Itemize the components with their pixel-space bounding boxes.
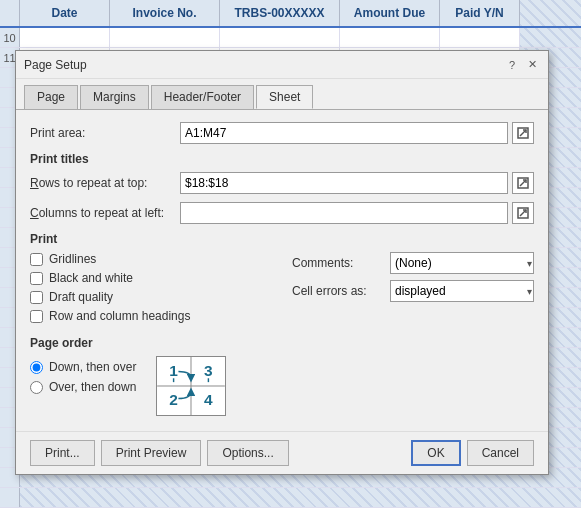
page-order-title: Page order xyxy=(30,336,534,350)
dialog-titlebar: Page Setup ? ✕ xyxy=(16,51,548,79)
cols-collapse-icon xyxy=(517,207,529,219)
rows-repeat-collapse-btn[interactable] xyxy=(512,172,534,194)
draft-quality-checkbox[interactable] xyxy=(30,291,43,304)
gridlines-label: Gridlines xyxy=(49,252,96,266)
print-area-input[interactable] xyxy=(180,122,508,144)
c-underline: C xyxy=(30,206,39,220)
print-options-section: Gridlines Black and white Draft quality … xyxy=(30,252,534,328)
tab-page[interactable]: Page xyxy=(24,85,78,109)
svg-text:1: 1 xyxy=(170,362,179,379)
down-then-over-label: Down, then over xyxy=(49,360,136,374)
comments-label: Comments: xyxy=(292,256,382,270)
cols-repeat-label: Columns to repeat at left: xyxy=(30,206,180,220)
over-then-down-radio[interactable] xyxy=(30,381,43,394)
print-area-input-wrap xyxy=(180,122,534,144)
radio-col: Down, then over Over, then down xyxy=(30,356,136,394)
row-num: 10 xyxy=(0,28,20,47)
cols-repeat-rest: olumns to repeat at left: xyxy=(39,206,164,220)
cancel-button[interactable]: Cancel xyxy=(467,440,534,466)
svg-text:4: 4 xyxy=(204,391,213,408)
cell-paid-10 xyxy=(440,28,520,47)
cell-inv-10 xyxy=(110,28,220,47)
options-button[interactable]: Options... xyxy=(207,440,288,466)
cols-repeat-row: Columns to repeat at left: xyxy=(30,202,534,224)
svg-text:2: 2 xyxy=(170,391,179,408)
rows-repeat-row: Rows to repeat at top: xyxy=(30,172,534,194)
cols-repeat-input-wrap xyxy=(180,202,534,224)
col-trbs: TRBS-00XXXXX xyxy=(220,0,340,26)
close-button[interactable]: ✕ xyxy=(524,57,540,73)
dialog-title: Page Setup xyxy=(24,58,87,72)
draft-quality-row: Draft quality xyxy=(30,290,272,304)
rows-repeat-rest: ows to repeat at top: xyxy=(39,176,148,190)
comments-dropdown[interactable]: (None) xyxy=(390,252,534,274)
cell-errors-row: Cell errors as: displayed ▾ xyxy=(292,280,534,302)
gridlines-checkbox[interactable] xyxy=(30,253,43,266)
svg-text:3: 3 xyxy=(204,362,213,379)
rows-repeat-input[interactable] xyxy=(180,172,508,194)
print-area-collapse-btn[interactable] xyxy=(512,122,534,144)
col-invoice: Invoice No. xyxy=(110,0,220,26)
print-section-title: Print xyxy=(30,232,534,246)
print-titles-section: Print titles xyxy=(30,152,534,166)
rows-repeat-label: Rows to repeat at top: xyxy=(30,176,180,190)
print-area-row: Print area: xyxy=(30,122,534,144)
page-order-diagram-container: 1 3 2 4 xyxy=(156,356,226,419)
rows-repeat-input-wrap xyxy=(180,172,534,194)
cell-trbs-10 xyxy=(220,28,340,47)
sheet-tab-content: Print area: Print titles Rows to repeat … xyxy=(16,109,548,431)
col-amount: Amount Due xyxy=(340,0,440,26)
print-area-label: Print area: xyxy=(30,126,180,140)
print-left-col: Gridlines Black and white Draft quality … xyxy=(30,252,272,328)
tab-header-footer[interactable]: Header/Footer xyxy=(151,85,254,109)
rows-repeat-label-text: Rows to repeat at top: xyxy=(30,176,147,190)
collapse-icon xyxy=(517,127,529,139)
tabs-bar: Page Margins Header/Footer Sheet xyxy=(16,79,548,109)
print-right-col: Comments: (None) ▾ Cell errors as: displ… xyxy=(272,252,534,328)
print-button[interactable]: Print... xyxy=(30,440,95,466)
cell-errors-dropdown[interactable]: displayed xyxy=(390,280,534,302)
page-order-section: Down, then over Over, then down 1 3 2 xyxy=(30,356,534,419)
page-setup-dialog: Page Setup ? ✕ Page Margins Header/Foote… xyxy=(15,50,549,475)
row-col-headings-label: Row and column headings xyxy=(49,309,190,323)
over-then-down-row: Over, then down xyxy=(30,380,136,394)
rows-collapse-icon xyxy=(517,177,529,189)
ok-button[interactable]: OK xyxy=(411,440,460,466)
col-date: Date xyxy=(20,0,110,26)
cols-repeat-input[interactable] xyxy=(180,202,508,224)
down-then-over-row: Down, then over xyxy=(30,360,136,374)
black-white-label: Black and white xyxy=(49,271,133,285)
black-white-checkbox[interactable] xyxy=(30,272,43,285)
row-col-headings-checkbox[interactable] xyxy=(30,310,43,323)
help-button[interactable]: ? xyxy=(504,57,520,73)
gridlines-row: Gridlines xyxy=(30,252,272,266)
r-underline: R xyxy=(30,176,39,190)
print-preview-button[interactable]: Print Preview xyxy=(101,440,202,466)
tab-margins[interactable]: Margins xyxy=(80,85,149,109)
draft-quality-label: Draft quality xyxy=(49,290,113,304)
col-paid: Paid Y/N xyxy=(440,0,520,26)
cell-amt-10 xyxy=(340,28,440,47)
comments-dropdown-wrap: (None) ▾ xyxy=(390,252,534,274)
row-col-headings-row: Row and column headings xyxy=(30,309,272,323)
comments-row: Comments: (None) ▾ xyxy=(292,252,534,274)
cols-repeat-collapse-btn[interactable] xyxy=(512,202,534,224)
dialog-controls: ? ✕ xyxy=(504,57,540,73)
cell-errors-label: Cell errors as: xyxy=(292,284,382,298)
cell-date-10 xyxy=(20,28,110,47)
cell-errors-dropdown-wrap: displayed ▾ xyxy=(390,280,534,302)
tab-sheet[interactable]: Sheet xyxy=(256,85,313,109)
page-order-diagram: 1 3 2 4 xyxy=(156,356,226,416)
black-white-row: Black and white xyxy=(30,271,272,285)
down-then-over-radio[interactable] xyxy=(30,361,43,374)
over-then-down-label: Over, then down xyxy=(49,380,136,394)
dialog-footer: Print... Print Preview Options... OK Can… xyxy=(16,431,548,474)
